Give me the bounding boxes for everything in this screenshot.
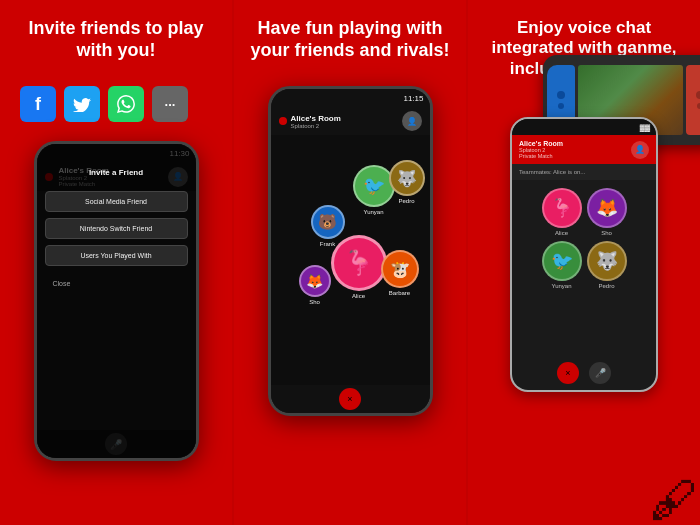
room-sub-2: Splatoon 2 xyxy=(291,123,341,129)
room-avatar-2: 👤 xyxy=(402,111,422,131)
phone-voice: ▓▓ Alice's Room Splatoon 2 Private Match… xyxy=(510,117,658,392)
avatar-label-sho: Sho xyxy=(297,299,333,305)
team-label: Teammates: Alice is on... xyxy=(519,169,649,175)
invite-btn-switch[interactable]: Nintendo Switch Friend xyxy=(45,218,188,239)
voice-avatar-sho-item: 🦊 Sho xyxy=(587,188,627,236)
voice-label-yunyan: Yunyan xyxy=(551,283,571,289)
phone-game: 11:15 Alice's Room Splatoon 2 👤 xyxy=(268,86,433,416)
avatar-alice: 🦩 xyxy=(331,235,387,291)
voice-avatar-alice: 🦩 xyxy=(542,188,582,228)
close-btn[interactable]: Close xyxy=(45,276,188,291)
panel-invite: Invite friends to play with you! f ··· 1… xyxy=(0,0,234,525)
voice-label-pedro: Pedro xyxy=(598,283,614,289)
voice-avatar-yunyan: 🐦 xyxy=(542,241,582,281)
team-label-area: Teammates: Alice is on... xyxy=(512,164,656,180)
voice-avatar-alice-item: 🦩 Alice xyxy=(542,188,582,236)
voice-room-name: Alice's Room xyxy=(519,140,563,147)
panel2-title: Have fun playing with your friends and r… xyxy=(244,18,456,68)
voice-avatar-icon: 👤 xyxy=(631,141,649,159)
status-bar-3: ▓▓ xyxy=(512,119,656,135)
invite-title: Invite a Friend xyxy=(45,160,188,185)
room-header-2: Alice's Room Splatoon 2 👤 xyxy=(271,107,430,135)
avatar-label-yunyan: Yunyan xyxy=(353,209,395,215)
app-container: Invite friends to play with you! f ··· 1… xyxy=(0,0,700,525)
avatar-label-pedro: Pedro xyxy=(389,198,425,204)
panel-voice: Enjoy voice chat integrated with ganme, … xyxy=(468,0,700,525)
voice-avatar-sho: 🦊 xyxy=(587,188,627,228)
ink-splat: 🖋 xyxy=(650,475,700,525)
voice-mic-btn[interactable]: 🎤 xyxy=(589,362,611,384)
invite-btn-social[interactable]: Social Media Friend xyxy=(45,191,188,212)
phone-mockup-invite: 11:30 Alice's Room Splatoon 2 Private Ma… xyxy=(34,141,199,461)
whatsapp-icon[interactable] xyxy=(108,86,144,122)
voice-avatars-grid: 🦩 Alice 🦊 Sho 🐦 Yunyan 🐺 xyxy=(512,180,656,297)
voice-header: Alice's Room Splatoon 2 Private Match 👤 xyxy=(512,135,656,164)
avatar-barbare: 🐮 xyxy=(381,250,419,288)
voice-avatar-pedro-item: 🐺 Pedro xyxy=(587,241,627,289)
panel1-title: Invite friends to play with you! xyxy=(10,18,222,68)
voice-label-alice: Alice xyxy=(555,230,568,236)
room-name-2: Alice's Room xyxy=(291,114,341,123)
twitter-icon[interactable] xyxy=(64,86,100,122)
invite-btn-played[interactable]: Users You Played With xyxy=(45,245,188,266)
voice-label-sho: Sho xyxy=(601,230,612,236)
voice-avatar-yunyan-item: 🐦 Yunyan xyxy=(542,241,582,289)
avatar-pedro: 🐺 xyxy=(389,160,425,196)
facebook-icon[interactable]: f xyxy=(20,86,56,122)
avatar-sho: 🦊 xyxy=(299,265,331,297)
avatar-frank: 🐻 xyxy=(311,205,345,239)
invite-menu: Invite a Friend Social Media Friend Nint… xyxy=(37,152,196,299)
status-bar-2: 11:15 xyxy=(271,89,430,107)
social-icons-row: f ··· xyxy=(20,86,188,122)
game-room: 🐦 Yunyan 🐺 Pedro 🐻 Frank 🦩 xyxy=(271,135,430,385)
voice-room-sub2: Private Match xyxy=(519,153,563,159)
voice-end-btn[interactable]: × xyxy=(557,362,579,384)
voice-controls: × 🎤 xyxy=(557,362,611,384)
more-icon[interactable]: ··· xyxy=(152,86,188,122)
avatar-label-barbare: Barbare xyxy=(379,290,421,296)
voice-avatar-pedro: 🐺 xyxy=(587,241,627,281)
phone-invite: 11:30 Alice's Room Splatoon 2 Private Ma… xyxy=(34,141,199,461)
mic-button-2[interactable]: × xyxy=(339,388,361,410)
switch-right-joycon xyxy=(686,65,700,135)
panel-game: Have fun playing with your friends and r… xyxy=(234,0,468,525)
status-time-2: 11:15 xyxy=(403,94,423,103)
